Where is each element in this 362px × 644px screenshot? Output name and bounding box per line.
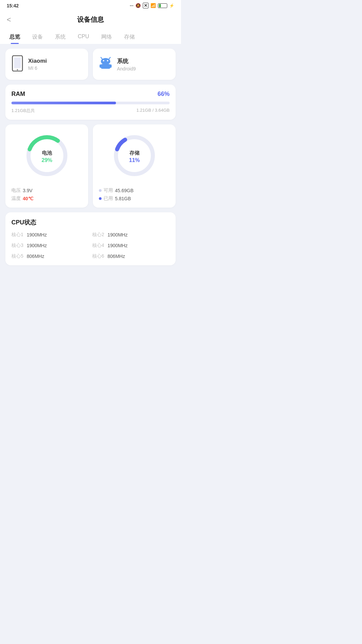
battery-charge-icon: ⚡	[169, 3, 174, 8]
used-dot	[99, 197, 102, 200]
svg-rect-1	[14, 57, 21, 68]
cpu-section: CPU状态 核心1 1900MHz 核心2 1900MHz 核心3 1900MH…	[5, 212, 176, 265]
tab-device[interactable]: 设备	[26, 29, 49, 44]
svg-rect-9	[100, 64, 102, 68]
svg-point-5	[107, 60, 108, 61]
cpu-core-6: 核心6 806MHz	[92, 253, 170, 259]
device-row: Xiaomi MI 6 系统 Android9	[5, 49, 176, 80]
svg-point-4	[103, 60, 104, 61]
cpu-title: CPU状态	[11, 218, 170, 226]
system-value: Android9	[117, 66, 136, 71]
android-icon	[99, 57, 112, 72]
ram-footer: 1.21GB总共 1.21GB / 3.64GB	[11, 108, 170, 114]
tabs-bar: 总览 设备 系统 CPU 网络 存储	[0, 29, 181, 44]
svg-point-2	[17, 69, 18, 70]
device-brand: Xiaomi	[28, 58, 47, 64]
system-card: 系统 Android9	[93, 49, 176, 80]
signal-icon: ···	[130, 3, 133, 8]
svg-text:电池: 电池	[42, 150, 52, 156]
svg-text:29%: 29%	[41, 157, 52, 163]
tab-network[interactable]: 网络	[95, 29, 118, 44]
ram-total: 1.21GB总共	[11, 108, 35, 114]
header: < 设备信息	[0, 10, 181, 29]
cpu-core-2: 核心2 1900MHz	[92, 232, 170, 238]
storage-donut: 存储 11%	[109, 130, 160, 181]
storage-card: 存储 11% 可用 45.69GB 已用 5.81GB	[93, 124, 176, 208]
meters-row: 电池 29% 电压 3.9V 温度 40℃ 存储 11%	[5, 124, 176, 208]
wifi-icon: 📶	[150, 3, 156, 8]
battery-donut: 电池 29%	[22, 130, 72, 181]
ram-detail: 1.21GB / 3.64GB	[136, 108, 170, 114]
tab-storage[interactable]: 存储	[118, 29, 141, 44]
system-label: 系统	[117, 57, 136, 65]
ram-percent: 66%	[158, 91, 170, 98]
available-dot	[99, 189, 102, 192]
device-info: Xiaomi MI 6	[28, 58, 47, 71]
mute-icon: 🔕	[135, 3, 141, 8]
storage-available: 可用 45.69GB	[99, 187, 133, 194]
status-time: 15:42	[7, 3, 19, 8]
ram-title: RAM	[11, 91, 25, 98]
device-model: MI 6	[28, 65, 47, 71]
cpu-core-1: 核心1 1900MHz	[11, 232, 89, 238]
device-card: Xiaomi MI 6	[5, 49, 88, 80]
svg-rect-10	[110, 64, 112, 68]
battery-card: 电池 29% 电压 3.9V 温度 40℃	[5, 124, 88, 208]
ram-progress-fill	[11, 102, 116, 104]
battery-temp: 温度 40℃	[11, 196, 34, 202]
battery-voltage: 电压 3.9V	[11, 187, 33, 194]
status-bar: 15:42 ··· 🔕 ✕ 📶 ⚡	[0, 0, 181, 10]
page-title: 设备信息	[77, 15, 104, 24]
storage-used: 已用 5.81GB	[99, 196, 131, 202]
tab-overview[interactable]: 总览	[3, 29, 26, 44]
main-content: Xiaomi MI 6 系统 Android9	[0, 44, 181, 270]
battery-icon	[158, 3, 167, 8]
ram-card: RAM 66% 1.21GB总共 1.21GB / 3.64GB	[5, 85, 176, 120]
status-icons: ··· 🔕 ✕ 📶 ⚡	[130, 3, 174, 8]
back-button[interactable]: <	[7, 15, 11, 24]
svg-text:11%: 11%	[129, 157, 139, 163]
system-info: 系统 Android9	[117, 57, 136, 71]
cpu-grid: 核心1 1900MHz 核心2 1900MHz 核心3 1900MHz 核心4 …	[11, 232, 170, 259]
svg-text:存储: 存储	[129, 150, 140, 156]
cpu-core-5: 核心5 806MHz	[11, 253, 89, 259]
cpu-core-4: 核心4 1900MHz	[92, 243, 170, 249]
tab-system[interactable]: 系统	[49, 29, 72, 44]
phone-icon	[11, 55, 23, 73]
ram-header: RAM 66%	[11, 91, 170, 98]
tab-cpu[interactable]: CPU	[72, 29, 95, 44]
cpu-core-3: 核心3 1900MHz	[11, 243, 89, 249]
svg-rect-8	[101, 64, 110, 69]
svg-line-7	[109, 57, 110, 59]
x-icon: ✕	[143, 3, 148, 8]
svg-line-6	[101, 57, 102, 59]
ram-progress-bar	[11, 102, 170, 104]
